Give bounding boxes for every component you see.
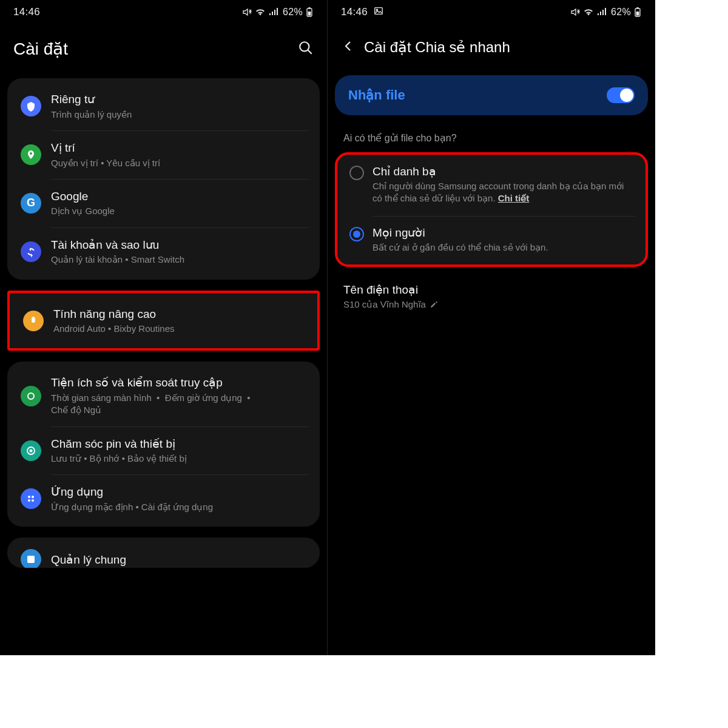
item-title: Tài khoản và sao lưu xyxy=(51,237,306,253)
phone-name-value: S10 của Vĩnh Nghĩa xyxy=(343,299,639,310)
item-sub: Quyền vị trí • Yêu cầu vị trí xyxy=(51,157,306,169)
radio-checked-icon xyxy=(349,227,364,241)
item-title: Vị trí xyxy=(51,140,306,156)
quick-share-settings-screen: 14:46 62% Cài đặt Chia sẻ nhanh Nhận fil… xyxy=(328,0,655,655)
option-title: Chỉ danh bạ xyxy=(372,164,633,178)
settings-group-4: Quản lý chung xyxy=(7,538,320,568)
item-title: Tính năng nâng cao xyxy=(53,306,304,322)
wifi-icon xyxy=(583,7,594,18)
who-can-send-label: Ai có thể gửi file cho bạn? xyxy=(328,130,655,152)
sync-icon xyxy=(21,241,41,262)
settings-item-advanced[interactable]: Tính năng nâng cao Android Auto • Bixby … xyxy=(10,297,317,345)
settings-item-apps[interactable]: Ứng dụng Ứng dụng mặc định • Cài đặt ứng… xyxy=(7,474,320,523)
battery-percent: 62% xyxy=(611,7,631,18)
svg-point-10 xyxy=(32,499,34,502)
search-icon[interactable] xyxy=(298,40,314,58)
settings-group-1: Riêng tư Trình quản lý quyền Vị trí Quyề… xyxy=(7,78,320,280)
settings-item-accounts[interactable]: Tài khoản và sao lưu Quản lý tài khoản •… xyxy=(7,228,320,276)
image-icon xyxy=(374,6,383,19)
option-contacts-only[interactable]: Chỉ danh bạ Chỉ người dùng Samsung accou… xyxy=(337,155,645,216)
visibility-options: Chỉ danh bạ Chỉ người dùng Samsung accou… xyxy=(335,152,648,267)
status-bar: 14:46 62% xyxy=(328,0,655,24)
item-sub: Lưu trữ • Bộ nhớ • Bảo vệ thiết bị xyxy=(51,453,306,465)
svg-point-9 xyxy=(28,499,30,502)
general-icon xyxy=(21,549,41,568)
item-title: Riêng tư xyxy=(51,92,306,107)
battery-icon xyxy=(633,7,642,18)
phone-name-label: Tên điện thoại xyxy=(343,283,639,297)
item-title: Tiện ích số và kiểm soát truy cập xyxy=(51,375,306,391)
settings-item-google[interactable]: G Google Dịch vụ Google xyxy=(7,179,320,228)
svg-point-13 xyxy=(376,9,377,10)
item-sub: Dịch vụ Google xyxy=(51,205,306,217)
battery-care-icon xyxy=(21,440,41,461)
status-time: 14:46 xyxy=(13,6,40,18)
settings-item-battery[interactable]: Chăm sóc pin và thiết bị Lưu trữ • Bộ nh… xyxy=(7,426,320,475)
option-sub: Bất cứ ai ở gần đều có thể chia sẻ với b… xyxy=(372,241,633,254)
settings-item-privacy[interactable]: Riêng tư Trình quản lý quyền xyxy=(7,82,320,130)
option-sub: Chỉ người dùng Samsung account trong dan… xyxy=(372,180,633,205)
settings-title: Cài đặt xyxy=(13,39,289,59)
status-bar: 14:46 62% xyxy=(0,0,327,24)
edit-icon xyxy=(430,300,438,309)
item-title: Chăm sóc pin và thiết bị xyxy=(51,436,306,452)
quick-share-header: Cài đặt Chia sẻ nhanh xyxy=(328,24,655,75)
svg-point-7 xyxy=(28,496,30,498)
svg-point-6 xyxy=(30,449,33,452)
location-icon xyxy=(21,144,41,165)
svg-rect-15 xyxy=(637,7,639,8)
settings-header: Cài đặt xyxy=(0,24,327,78)
svg-rect-2 xyxy=(308,12,311,16)
svg-rect-12 xyxy=(375,7,382,14)
svg-rect-16 xyxy=(636,12,639,16)
svg-rect-1 xyxy=(309,7,311,8)
back-button[interactable] xyxy=(341,39,356,56)
option-everyone[interactable]: Mọi người Bất cứ ai ở gần đều có thể chi… xyxy=(337,216,645,265)
quick-share-title: Cài đặt Chia sẻ nhanh xyxy=(364,39,642,56)
privacy-icon xyxy=(21,96,41,116)
svg-point-3 xyxy=(300,42,309,51)
details-link[interactable]: Chi tiết xyxy=(498,193,530,203)
settings-screen: 14:46 62% Cài đặt Riêng tư Trình quản lý… xyxy=(0,0,328,655)
radio-unchecked-icon xyxy=(349,166,364,180)
status-icons: 62% xyxy=(570,7,642,18)
settings-item-location[interactable]: Vị trí Quyền vị trí • Yêu cầu vị trí xyxy=(7,130,320,179)
settings-item-wellbeing[interactable]: Tiện ích số và kiểm soát truy cập Thời g… xyxy=(7,365,320,426)
wellbeing-icon xyxy=(21,386,41,406)
svg-point-8 xyxy=(32,496,34,498)
mute-icon xyxy=(570,7,581,18)
receive-files-toggle-card[interactable]: Nhận file xyxy=(335,75,648,115)
item-sub: Trình quản lý quyền xyxy=(51,109,306,121)
signal-icon xyxy=(268,7,279,18)
settings-group-2: Tính năng nâng cao Android Auto • Bixby … xyxy=(7,291,320,351)
advanced-icon xyxy=(23,311,44,331)
status-time: 14:46 xyxy=(341,6,368,18)
item-title: Google xyxy=(51,189,306,204)
item-title: Quản lý chung xyxy=(51,552,306,568)
battery-icon xyxy=(305,7,314,18)
signal-icon xyxy=(596,7,607,18)
svg-point-4 xyxy=(28,393,34,399)
google-icon: G xyxy=(21,193,41,214)
apps-icon xyxy=(21,488,41,509)
status-icons: 62% xyxy=(241,7,314,18)
item-sub: Android Auto • Bixby Routines xyxy=(53,323,304,335)
phone-name-block[interactable]: Tên điện thoại S10 của Vĩnh Nghĩa xyxy=(328,280,655,312)
item-sub: Thời gian sáng màn hình • Đếm giờ ứng dụ… xyxy=(51,392,306,417)
option-title: Mọi người xyxy=(372,226,633,240)
toggle-on[interactable] xyxy=(607,87,635,103)
item-sub: Quản lý tài khoản • Smart Switch xyxy=(51,254,306,266)
mute-icon xyxy=(241,7,252,18)
battery-percent: 62% xyxy=(283,7,303,18)
wifi-icon xyxy=(255,7,266,18)
svg-rect-11 xyxy=(27,556,35,563)
item-sub: Ứng dụng mặc định • Cài đặt ứng dụng xyxy=(51,501,306,513)
settings-group-3: Tiện ích số và kiểm soát truy cập Thời g… xyxy=(7,362,320,527)
settings-item-general[interactable]: Quản lý chung xyxy=(7,541,320,568)
receive-files-label: Nhận file xyxy=(348,87,607,103)
item-title: Ứng dụng xyxy=(51,484,306,500)
